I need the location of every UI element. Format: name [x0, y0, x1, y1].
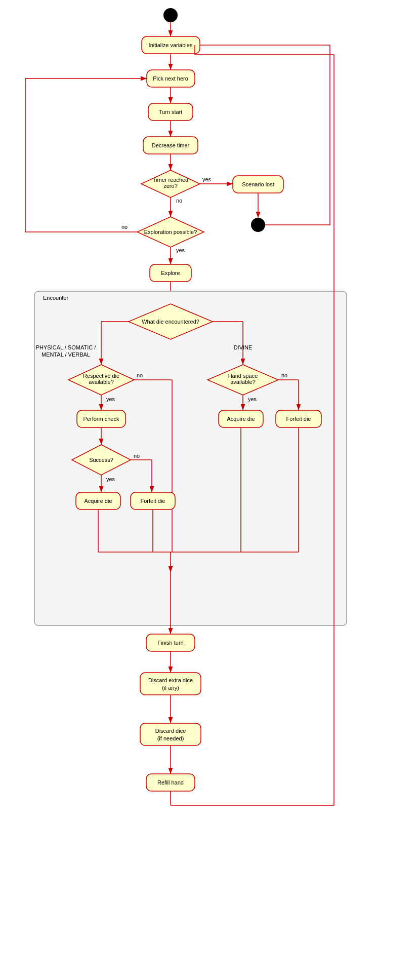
hand-space-label-1: Hand space: [228, 373, 258, 379]
end-node: [251, 218, 265, 232]
success-no-label: no: [134, 453, 140, 459]
refill-hand-label: Refill hand: [157, 779, 184, 786]
acquire-die-1-label: Acquire die: [227, 416, 255, 422]
acquire-die-2-label: Acquire die: [84, 498, 112, 504]
discard-needed-node: [140, 723, 201, 746]
exploration-possible-label: Exploration possible?: [144, 229, 197, 235]
success-label: Success?: [89, 457, 113, 463]
what-die-label: What die encountered?: [142, 319, 199, 325]
respective-die-label-2: available?: [89, 379, 114, 385]
physical-label-2: MENTAL / VERBAL: [41, 351, 90, 358]
timer-yes-label: yes: [202, 176, 212, 182]
timer-zero-label-2: zero?: [163, 183, 178, 189]
timer-no-label: no: [176, 198, 182, 204]
scenario-lost-label: Scenario lost: [242, 181, 274, 187]
exploration-no-label: no: [121, 224, 128, 230]
discard-needed-label-1: Discard dice: [155, 728, 186, 734]
discard-extra-label-2: (if any): [162, 685, 179, 691]
initialize-label: Initialize variables: [149, 42, 193, 48]
discard-extra-node: [140, 673, 201, 695]
discard-needed-label-2: (if needed): [157, 735, 184, 741]
decrease-timer-label: Decrease timer: [152, 142, 190, 148]
discard-extra-label-1: Discard extra dice: [148, 677, 193, 683]
pick-hero-label: Pick next hero: [153, 75, 188, 82]
explore-label: Explore: [161, 270, 180, 276]
exploration-yes-label: yes: [176, 247, 185, 253]
respective-die-label-1: Respective die: [83, 373, 119, 379]
respective-no-label: no: [137, 372, 143, 378]
encounter-label: Encounter: [43, 295, 68, 301]
divine-label: DIVINE: [234, 344, 253, 350]
hand-space-yes-label: yes: [248, 396, 257, 402]
success-yes-label: yes: [106, 476, 115, 482]
perform-check-label: Perform check: [83, 416, 119, 422]
diagram: Initialize variables Pick next hero Turn…: [0, 0, 420, 980]
turn-start-label: Turn start: [159, 109, 183, 115]
start-node: [163, 8, 178, 22]
hand-space-no-label: no: [281, 372, 287, 378]
forfeit-die-1-label: Forfeit die: [286, 416, 311, 422]
finish-turn-label: Finish turn: [157, 640, 183, 646]
timer-zero-label-1: Timer reached: [153, 177, 189, 183]
forfeit-die-2-label: Forfeit die: [141, 498, 165, 504]
hand-space-label-2: available?: [230, 379, 256, 385]
physical-label-1: PHYSICAL / SOMATIC /: [36, 344, 97, 350]
respective-yes-label: yes: [106, 396, 115, 402]
